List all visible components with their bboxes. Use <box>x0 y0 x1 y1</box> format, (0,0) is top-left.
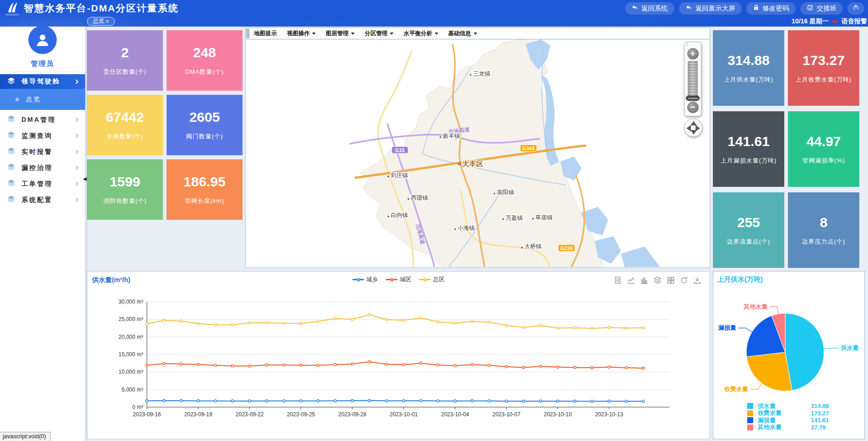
map-image: 盐洛高速沈海高速三龙镇新丰镇刘庄镇西团镇南阳镇白驹镇小海镇万盈镇草庙镇大桥镇大丰… <box>246 39 710 267</box>
chevron-right-icon <box>74 150 79 154</box>
voice-alarm-label[interactable]: 语音报警 <box>841 17 867 26</box>
right-stat-cards: 314.88上月供水量(万吨)173.27上月收费水量(万吨)141.61上月漏… <box>713 30 859 268</box>
chevron-right-icon <box>74 198 79 202</box>
series-总区 <box>147 315 643 328</box>
pie-legend-row-漏损量[interactable]: 漏损量141.61 <box>747 417 862 424</box>
header-button-3[interactable]: 修改密码 <box>746 2 796 15</box>
town-label: 草庙镇 <box>535 214 553 221</box>
sidebar-item-3[interactable]: 实时报警 <box>0 144 85 160</box>
town-label: 三龙镇 <box>473 71 491 77</box>
sidebar-item-5[interactable]: 工单管理 <box>0 176 85 192</box>
line-chart: 0 m³5,000 m³10,000 m³15,000 m³20,000 m³2… <box>87 272 710 439</box>
map-zoom-control: ⣿ + − <box>684 42 701 137</box>
main-content: 2责任区数量(个)248DMA数量(个)67442水表数量(个)2605阀门数量… <box>85 27 868 441</box>
pan-right-icon[interactable] <box>695 125 700 131</box>
layers-icon <box>7 115 15 125</box>
logout-power-button[interactable] <box>847 2 864 15</box>
left-stat-card-2: 248DMA数量(个) <box>167 30 243 91</box>
svg-text:10,000 m³: 10,000 m³ <box>119 369 143 375</box>
stat-label: 边界压力点(个) <box>802 238 846 246</box>
sidebar-item-2[interactable]: 监测查询 <box>0 128 85 144</box>
pie-legend-row-供水量[interactable]: 供水量314.88 <box>747 403 862 410</box>
sidebar-collapse-icon[interactable]: ◀ <box>83 176 86 182</box>
sidebar-subitem-overview[interactable]: 总览 <box>0 89 85 110</box>
layers-icon <box>7 147 15 157</box>
sidebar-divider <box>6 71 79 72</box>
svg-text:2023-10-13: 2023-10-13 <box>595 411 623 418</box>
stat-value: 255 <box>737 215 760 230</box>
right-stat-card-6: 8边界压力点(个) <box>788 192 859 268</box>
legend-swatch <box>747 425 753 430</box>
pie-callout-收费水量: 收费水量 <box>724 386 748 392</box>
svg-text:2023-10-04: 2023-10-04 <box>441 411 469 418</box>
zoom-out-button[interactable]: − <box>687 102 699 113</box>
app-title: 智慧水务平台-DMA分区计量系统 <box>24 2 179 15</box>
map-menu-4[interactable]: 分区管理 <box>365 30 394 38</box>
sidebar: 管理员 领导驾驶舱总览DMA管理监测查询实时报警漏控治理工单管理系统配置 <box>0 19 85 441</box>
map-menu-5[interactable]: 水平衡分析 <box>404 30 438 38</box>
stat-label: 上月收费水量(万吨) <box>796 76 852 84</box>
map-menu-1[interactable]: 地图提示 <box>254 30 277 38</box>
sidebar-item-1[interactable]: DMA管理 <box>0 112 85 128</box>
sidebar-menu: 领导驾驶舱总览DMA管理监测查询实时报警漏控治理工单管理系统配置 <box>0 74 85 208</box>
header-button-2[interactable]: 返回展示大屏 <box>679 2 742 15</box>
map-menu-3[interactable]: 图层管理 <box>326 30 355 38</box>
stat-value: 2605 <box>189 109 220 125</box>
zoom-slider-thumb[interactable] <box>686 96 700 100</box>
sidebar-item-active[interactable]: 领导驾驶舱 <box>0 74 85 89</box>
svg-text:0 m³: 0 m³ <box>132 404 143 410</box>
zoom-in-button[interactable]: + <box>687 48 699 60</box>
town-dot <box>408 198 409 200</box>
district-label: 大丰区 <box>462 160 484 168</box>
sidebar-item-6[interactable]: 系统配置 <box>0 192 85 208</box>
caret-down-icon <box>312 33 316 35</box>
person-icon <box>34 31 51 49</box>
pie-chart-panel: 上月供水(万吨) 供水量收费水量漏损量其他水量 供水量314.88收费水量173… <box>713 271 865 439</box>
zoom-slider[interactable] <box>688 61 698 101</box>
legend-swatch <box>747 417 753 423</box>
tab-overview[interactable]: 总览 × <box>87 17 115 26</box>
pan-left-icon[interactable] <box>686 125 691 131</box>
map-toolbar-nub <box>246 29 249 38</box>
header-sub-row: 总览 × 10/16 星期一 语音报警 <box>0 16 868 27</box>
map-menu-6[interactable]: 基础信息 <box>448 30 477 38</box>
back-arrow-icon <box>631 4 638 12</box>
svg-text:5,000 m³: 5,000 m³ <box>122 387 143 393</box>
map-pan-control[interactable] <box>684 119 702 137</box>
calendar-icon <box>807 4 814 12</box>
town-label: 刘庄镇 <box>390 172 408 179</box>
app-header: MIAOMIAO 智慧水务平台-DMA分区计量系统 返回系统返回展示大屏修改密码… <box>0 0 868 27</box>
svg-text:2023-10-01: 2023-10-01 <box>390 411 418 418</box>
town-dot <box>388 216 389 217</box>
status-bar: javascript:void(0) <box>0 432 51 441</box>
pie-legend-row-收费水量[interactable]: 收费水量173.27 <box>747 410 862 417</box>
town-label: 新丰镇 <box>443 133 460 139</box>
chevron-right-icon <box>74 182 79 186</box>
layers-icon <box>7 131 15 141</box>
pie-slice-供水量 <box>785 313 824 391</box>
pie-legend-row-其他水量[interactable]: 其他水量37.79 <box>747 424 862 431</box>
svg-text:2023-09-16: 2023-09-16 <box>133 411 161 418</box>
zoom-grip-icon[interactable]: ⣿ <box>685 43 701 48</box>
header-button-4[interactable]: 交接班 <box>800 2 843 15</box>
header-actions: 返回系统返回展示大屏修改密码交接班 <box>625 2 868 15</box>
map-menu-2[interactable]: 视图操作 <box>287 30 316 38</box>
layers-icon <box>7 179 15 189</box>
svg-text:30,000 m³: 30,000 m³ <box>119 299 143 305</box>
svg-text:2023-10-07: 2023-10-07 <box>492 411 521 418</box>
series-城乡 <box>147 401 643 402</box>
town-dot <box>470 74 471 76</box>
caret-down-icon <box>390 33 394 35</box>
caret-down-icon <box>435 33 438 35</box>
caret-down-icon <box>474 33 477 35</box>
header-button-1[interactable]: 返回系统 <box>625 2 674 15</box>
town-label: 西团镇 <box>411 195 428 201</box>
map-canvas[interactable]: 盐洛高速沈海高速三龙镇新丰镇刘庄镇西团镇南阳镇白驹镇小海镇万盈镇草庙镇大桥镇大丰… <box>246 39 710 267</box>
avatar <box>26 23 59 57</box>
pie-callout-其他水量: 其他水量 <box>743 303 767 310</box>
sidebar-item-4[interactable]: 漏控治理 <box>0 160 85 176</box>
layers-icon <box>7 195 15 205</box>
svg-text:2023-09-25: 2023-09-25 <box>287 411 315 418</box>
chevron-right-icon <box>74 134 79 138</box>
tab-close-icon[interactable]: × <box>106 18 109 25</box>
